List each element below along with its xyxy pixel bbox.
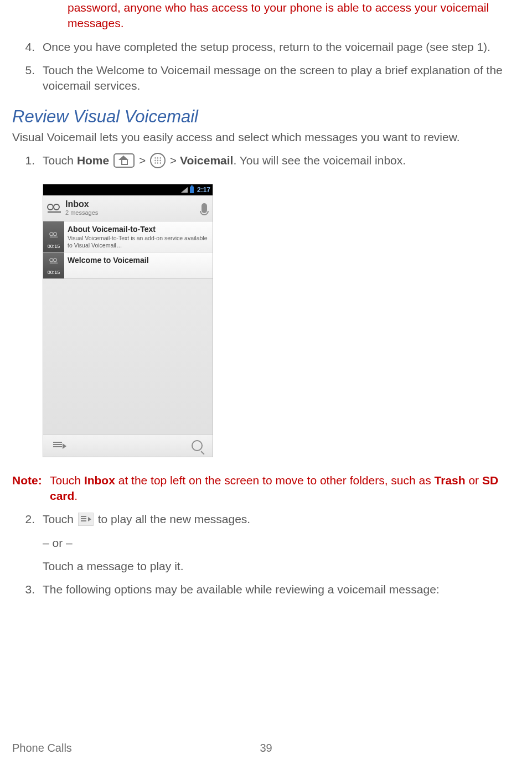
message-title: About Voicemail-to-Text: [68, 224, 209, 235]
message-preview: Visual Voicemail-to-Text is an add-on se…: [68, 235, 209, 249]
step-1-frag-a: Touch: [43, 154, 77, 167]
play-all-icon: [78, 513, 94, 526]
label-inbox: Inbox: [84, 474, 115, 487]
step-2-frag-b: to play all the new messages.: [95, 513, 250, 525]
step-2-or: – or –: [43, 535, 520, 551]
status-time: 2:17: [197, 185, 210, 194]
step-number-3: 3.: [12, 582, 43, 597]
message-title: Welcome to Voicemail: [68, 255, 209, 266]
section-heading-review-visual-voicemail: Review Visual Voicemail: [12, 105, 520, 128]
duration-badge: 00:15: [48, 269, 60, 276]
step-text-2: Touch to play all the new messages. – or…: [43, 511, 520, 574]
step-2-frag-a: Touch: [43, 513, 77, 525]
list-item: 00:15 Welcome to Voicemail: [43, 252, 213, 278]
note-frag-c: or: [466, 474, 482, 487]
voicemail-icon: [47, 202, 62, 214]
voicemail-icon: [49, 231, 59, 239]
bottom-toolbar: [43, 434, 213, 457]
step-2-frag-c: Touch a message to play it.: [43, 559, 520, 574]
step-number-4: 4.: [12, 39, 43, 55]
step-text-5: Touch the Welcome to Voicemail message o…: [43, 63, 520, 94]
note-frag-b: at the top left on the screen to move to…: [115, 474, 435, 487]
label-voicemail: Voicemail: [180, 154, 234, 167]
step-number-2: 2.: [12, 511, 43, 574]
step-text-4: Once you have completed the setup proces…: [43, 39, 520, 55]
empty-area: [43, 279, 213, 434]
step-text-1: Touch Home > > Voicemail. You will see t…: [43, 153, 520, 168]
note-frag-d: .: [74, 489, 78, 502]
note-label: Note:: [12, 474, 42, 487]
step-number-5: 5.: [12, 63, 43, 94]
home-icon: [113, 153, 135, 168]
note-frag-a: Touch: [50, 474, 84, 487]
battery-icon: [190, 187, 194, 193]
inbox-header: Inbox 2 messages: [43, 195, 213, 221]
status-bar: 2:17: [43, 184, 213, 195]
voicemail-inbox-screenshot: 2:17 Inbox 2 messages 00:15: [43, 184, 213, 457]
section-lead: Visual Voicemail lets you easily access …: [12, 130, 520, 145]
step-1-frag-b: . You will see the voicemail inbox.: [233, 154, 406, 167]
duration-badge: 00:15: [48, 243, 60, 250]
list-item: 00:15 About Voicemail-to-Text Visual Voi…: [43, 221, 213, 252]
signal-icon: [181, 187, 188, 193]
inbox-title: Inbox: [65, 200, 202, 209]
footer-section: Phone Calls: [12, 741, 72, 756]
step-number-1: 1.: [12, 153, 43, 168]
voicemail-icon: [49, 257, 59, 265]
label-trash: Trash: [435, 474, 466, 487]
play-all-icon: [53, 442, 65, 449]
search-icon: [192, 440, 203, 451]
sep-gt-1: >: [136, 154, 149, 167]
page-number: 39: [260, 741, 272, 756]
apps-grid-icon: [150, 153, 166, 168]
sep-gt-2: >: [167, 154, 180, 167]
label-home: Home: [77, 154, 109, 167]
inbox-message-count: 2 messages: [65, 209, 202, 217]
microphone-icon: [202, 203, 207, 213]
step-text-3: The following options may be available w…: [43, 582, 520, 597]
warning-continuation: password, anyone who has access to your …: [68, 0, 520, 32]
note-text: Touch Inbox at the top left on the scree…: [50, 473, 520, 504]
